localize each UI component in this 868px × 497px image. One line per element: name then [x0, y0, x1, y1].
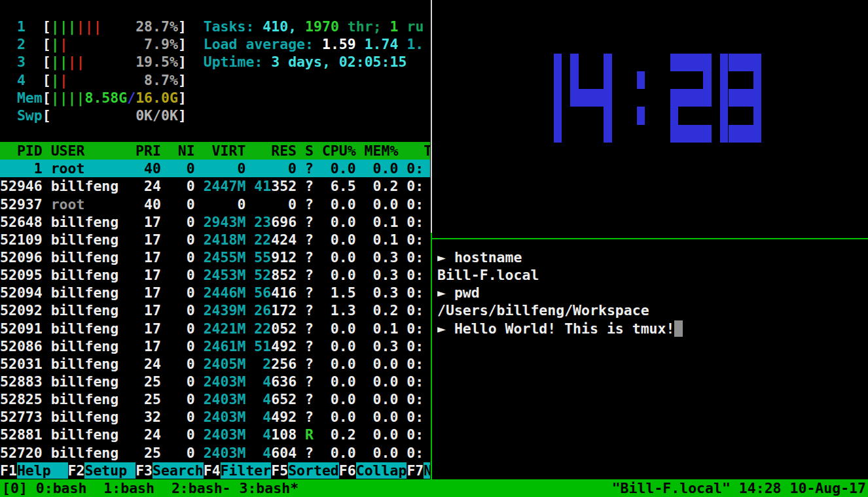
process-row-pid-52883[interactable]: 52883 billfeng 25 0 2403M 4636 ? 0.0 0.0… [0, 373, 430, 390]
tasks-count: 410, [262, 18, 297, 35]
state-running: R [305, 426, 314, 443]
process-row-pid-52937[interactable]: 52937 root 40 0 0 0 ? 0.0 0.0 0: [0, 196, 430, 213]
clock-cell [695, 125, 704, 143]
cpu4-percent: 8.7% [144, 72, 178, 88]
clock-cell [736, 125, 745, 143]
cpu2-percent: 7.9% [144, 36, 178, 52]
clock-cell [729, 54, 737, 71]
clock-cell [604, 71, 612, 89]
clock-cell [729, 89, 737, 107]
fkey-f4[interactable]: F4 [204, 462, 221, 479]
clock-cell [604, 54, 612, 71]
process-row-pid-52031[interactable]: 52031 billfeng 24 0 2405M 2256 ? 0.0 0.0… [0, 355, 430, 373]
cpu4-label: 4 [17, 72, 26, 88]
mem-label: Mem [17, 90, 43, 106]
clock-cell [604, 125, 612, 143]
process-row-pid-52773[interactable]: 52773 billfeng 32 0 2403M 4492 ? 0.0 0.0… [0, 408, 430, 426]
column-header-row[interactable]: PID USER PRI NI VIRT RES S CPU% MEM% T [0, 142, 430, 160]
clock-cell [678, 54, 687, 71]
clock-cell [554, 89, 562, 107]
uptime-value: 3 days, 02:05:15 [271, 54, 407, 70]
process-row-pid-52881[interactable]: 52881 billfeng 24 0 2403M 4108 R 0.2 0.0… [0, 426, 430, 443]
clock-cell [753, 89, 762, 107]
process-row-pid-52109[interactable]: 52109 billfeng 17 0 2418M 22424 ? 0.0 0.… [0, 231, 430, 248]
status-right-host-time: "Bill-F.local" 14:28 10-Aug-17 [612, 479, 866, 497]
clock-cell [587, 89, 596, 107]
htop-rows: 1 [|||||| 28.7%] Tasks: 410, 1970 thr; 1… [0, 0, 430, 479]
clock-cell [695, 89, 704, 107]
cpu1-meter: 1 [|||||| 28.7%] Tasks: 410, 1970 thr; 1… [0, 18, 430, 35]
clock-cell [670, 107, 679, 124]
clock-cell [687, 89, 695, 107]
process-row-pid-52095[interactable]: 52095 billfeng 17 0 2453M 52852 ? 0.0 0.… [0, 266, 430, 284]
clock-cell [637, 71, 645, 89]
fkey-f5[interactable]: F5 [271, 462, 288, 479]
blank-row [0, 0, 430, 18]
clock-cell [670, 54, 679, 71]
shell-pane[interactable]: ► hostnameBill-F.local► pwd/Users/billfe… [433, 241, 868, 479]
fkey-f1[interactable]: F1 [0, 462, 17, 479]
window-0-bash[interactable]: 0:bash [36, 480, 104, 496]
cpu2-meter: 2 [|| 7.9%] Load average: 1.59 1.74 1. [0, 35, 430, 53]
clock-cell [579, 89, 587, 107]
fkey-f1-label[interactable]: Help [17, 462, 68, 479]
clock-cell [753, 54, 762, 71]
process-row-pid-52720[interactable]: 52720 billfeng 25 0 2403M 4604 ? 0.0 0.0… [0, 444, 430, 462]
shell-command-current: ► Hello World! This is tmux! [437, 320, 683, 337]
running-count: 1 [390, 18, 399, 35]
cpu2-label: 2 [17, 36, 26, 52]
column-headers: PID USER PRI NI VIRT RES S CPU% MEM% T [0, 143, 430, 159]
shell-command-pwd: ► pwd [437, 284, 683, 301]
pane-border-horizontal-active[interactable] [432, 238, 868, 239]
clock-cell [687, 125, 695, 143]
fkey-f6-label[interactable]: Collap [356, 462, 407, 479]
pane-border-vertical-active[interactable] [431, 233, 432, 479]
clock-cell [720, 125, 729, 143]
window-1-bash[interactable]: 1:bash [103, 480, 172, 496]
window-2-bash-last[interactable]: 2:bash- [172, 480, 240, 496]
clock-cell [554, 71, 562, 89]
process-row-pid-52092[interactable]: 52092 billfeng 17 0 2439M 26172 ? 1.3 0.… [0, 301, 430, 319]
tmux-terminal-screen: 1 [|||||| 28.7%] Tasks: 410, 1970 thr; 1… [0, 0, 868, 497]
process-row-pid-52096[interactable]: 52096 billfeng 17 0 2455M 55912 ? 0.0 0.… [0, 248, 430, 266]
shell-output-hostname: Bill-F.local [437, 266, 683, 284]
clock-pane[interactable] [433, 0, 868, 238]
process-row-pid-52825[interactable]: 52825 billfeng 25 0 2403M 4652 ? 0.0 0.0… [0, 390, 430, 408]
cpu1-percent: 28.7% [136, 18, 178, 35]
process-row-pid-52086[interactable]: 52086 billfeng 17 0 2461M 51492 ? 0.0 0.… [0, 337, 430, 355]
fkey-f2[interactable]: F2 [68, 462, 85, 479]
swap-label: Swp [17, 107, 43, 124]
clock-cell [720, 107, 729, 124]
clock-cell [753, 107, 762, 124]
fkey-f5-label[interactable]: Sorted [288, 462, 339, 479]
fkey-f7-label[interactable]: N [424, 462, 430, 479]
cpu3-percent: 19.5% [136, 54, 178, 70]
fkey-f3[interactable]: F3 [136, 462, 153, 479]
mem-used: 8.58G [84, 90, 127, 106]
memory-meter: Mem[||||8.58G/16.0G] [0, 89, 430, 107]
process-row-pid-52094[interactable]: 52094 billfeng 17 0 2446M 56416 ? 1.5 0.… [0, 284, 430, 301]
shell-lines: ► hostnameBill-F.local► pwd/Users/billfe… [437, 248, 683, 337]
fkey-f4-label[interactable]: Filter [221, 462, 272, 479]
clock-cell [570, 71, 579, 89]
process-row-pid-52091[interactable]: 52091 billfeng 17 0 2421M 22052 ? 0.0 0.… [0, 320, 430, 337]
fkey-f7[interactable]: F7 [407, 462, 424, 479]
clock-cell [554, 107, 562, 124]
clock-cell [745, 125, 753, 143]
shell-output-pwd: /Users/billfeng/Workspace [437, 301, 683, 319]
htop-pane[interactable]: 1 [|||||| 28.7%] Tasks: 410, 1970 thr; 1… [0, 0, 430, 479]
clock-cell [604, 107, 612, 124]
process-row-pid-52946[interactable]: 52946 billfeng 24 0 2447M 41352 ? 6.5 0.… [0, 177, 430, 195]
clock-cell [570, 54, 579, 71]
pane-border-vertical-inactive[interactable] [431, 0, 432, 233]
window-3-bash-current[interactable]: 3:bash* [239, 480, 298, 496]
process-row-pid-1[interactable]: 1 root 40 0 0 0 ? 0.0 0.0 0: [0, 160, 430, 177]
fkey-f6[interactable]: F6 [339, 462, 356, 479]
fkey-f3-label[interactable]: Search [153, 462, 204, 479]
clock-cell [745, 54, 753, 71]
process-row-pid-52648[interactable]: 52648 billfeng 17 0 2943M 23696 ? 0.0 0.… [0, 213, 430, 231]
tmux-status-bar: [0] 0:bash 1:bash 2:bash- 3:bash* "Bill-… [0, 479, 868, 497]
terminal-cursor [674, 320, 683, 337]
clock-cell [736, 89, 745, 107]
fkey-f2-label[interactable]: Setup [84, 462, 136, 479]
